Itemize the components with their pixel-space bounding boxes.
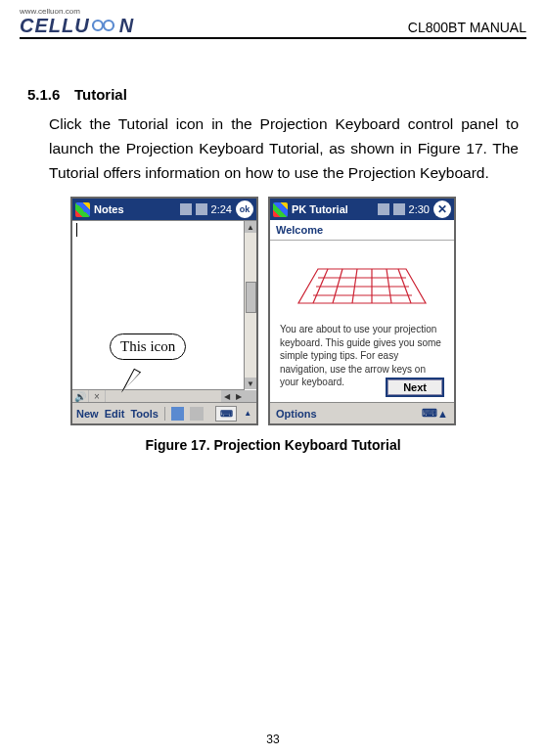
welcome-heading: Welcome bbox=[270, 220, 454, 241]
input-selector-icon[interactable]: ▲ bbox=[437, 408, 448, 420]
menu-edit[interactable]: Edit bbox=[105, 408, 125, 420]
notes-canvas[interactable] bbox=[72, 221, 245, 389]
notes-menubar: New Edit Tools ⌨ ▲ bbox=[72, 402, 256, 423]
manual-title: CL800BT MANUAL bbox=[408, 20, 526, 35]
section-paragraph: Click the Tutorial icon in the Projectio… bbox=[49, 112, 519, 185]
input-selector-icon[interactable]: ▲ bbox=[243, 409, 252, 418]
volume-icon[interactable] bbox=[393, 203, 405, 215]
brand-logo: www.celluon.com CELLU N bbox=[20, 8, 134, 35]
next-button[interactable]: Next bbox=[386, 378, 444, 397]
notes-titlebar: Notes 2:24 ok bbox=[72, 199, 256, 220]
page-number: 33 bbox=[0, 733, 546, 746]
svg-point-1 bbox=[104, 21, 114, 30]
close-button[interactable]: ✕ bbox=[433, 200, 451, 218]
notes-body: ▲ ▼ 🔊 × ◀ ▶ bbox=[72, 220, 256, 403]
scroll-thumb[interactable] bbox=[246, 282, 256, 313]
start-icon[interactable] bbox=[273, 202, 288, 217]
keyboard-icon[interactable]: ⌨ bbox=[215, 406, 238, 422]
connectivity-icon[interactable] bbox=[180, 203, 192, 215]
text-caret bbox=[76, 223, 77, 237]
pen-tool-icon[interactable] bbox=[190, 407, 203, 421]
figure-row: Notes 2:24 ok ▲ ▼ bbox=[70, 197, 519, 425]
section-number: 5.1.6 bbox=[27, 86, 74, 103]
start-icon[interactable] bbox=[75, 202, 90, 217]
svg-point-0 bbox=[93, 21, 103, 30]
notes-app-title: Notes bbox=[94, 203, 124, 215]
projection-keyboard-illustration bbox=[280, 248, 444, 319]
logo-text-post: N bbox=[119, 16, 134, 35]
connectivity-icon[interactable] bbox=[378, 203, 389, 215]
ok-button[interactable]: ok bbox=[236, 200, 253, 218]
menu-new[interactable]: New bbox=[76, 408, 99, 420]
tutorial-body: You are about to use your projection key… bbox=[270, 241, 454, 403]
tutorial-app-title: PK Tutorial bbox=[292, 203, 348, 215]
vertical-scrollbar[interactable]: ▲ ▼ bbox=[244, 221, 256, 389]
clock-time: 2:30 bbox=[409, 203, 430, 215]
tutorial-titlebar: PK Tutorial 2:30 ✕ bbox=[270, 199, 454, 220]
section-title: Tutorial bbox=[74, 86, 127, 103]
section-heading: 5.1.6Tutorial bbox=[27, 86, 519, 103]
page-header: www.celluon.com CELLU N CL800BT MANUAL bbox=[20, 8, 526, 39]
clock-time: 2:24 bbox=[211, 203, 232, 215]
tutorial-menubar: Options ⌨ ▲ bbox=[270, 402, 454, 423]
logo-text-pre: CELLU bbox=[20, 16, 90, 35]
menu-tools[interactable]: Tools bbox=[130, 408, 159, 420]
horizontal-toolbar: 🔊 × ◀ ▶ bbox=[72, 389, 245, 403]
notes-app-screenshot: Notes 2:24 ok ▲ ▼ bbox=[70, 197, 258, 425]
options-menu[interactable]: Options bbox=[276, 408, 317, 420]
logo-rings-icon bbox=[91, 19, 118, 32]
draw-tool-icon[interactable] bbox=[171, 407, 184, 421]
tutorial-app-screenshot: PK Tutorial 2:30 ✕ Welcome bbox=[268, 197, 456, 425]
keyboard-icon[interactable]: ⌨ bbox=[422, 407, 437, 420]
figure-caption: Figure 17. Projection Keyboard Tutorial bbox=[27, 437, 519, 453]
scroll-up-icon[interactable]: ▲ bbox=[245, 221, 256, 233]
scroll-down-icon[interactable]: ▼ bbox=[245, 378, 256, 389]
volume-icon[interactable] bbox=[196, 203, 207, 215]
callout-bubble: This icon bbox=[110, 334, 186, 360]
